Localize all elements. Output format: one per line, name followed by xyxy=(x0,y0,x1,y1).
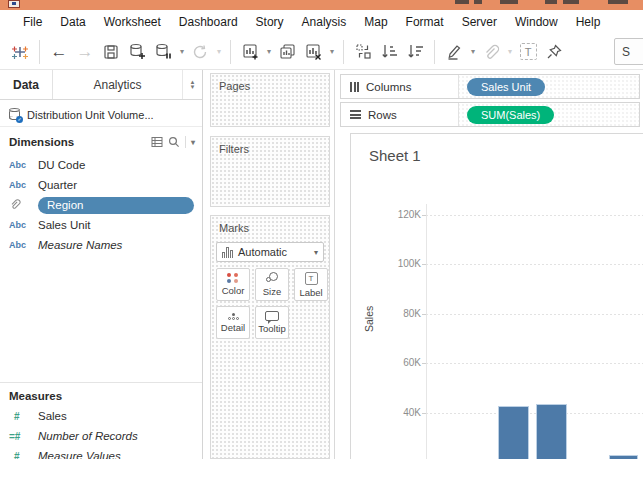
axis-tick xyxy=(422,363,426,364)
tableau-logo-icon[interactable] xyxy=(10,39,30,65)
mark-type-dropdown[interactable]: Automatic ▾ xyxy=(216,242,324,262)
sort-ascending-icon[interactable] xyxy=(379,39,399,65)
pane-divider xyxy=(0,382,202,383)
show-me-label: S xyxy=(622,45,630,59)
field-du-code[interactable]: Abc DU Code xyxy=(0,155,202,175)
field-sales[interactable]: # Sales xyxy=(0,406,202,426)
field-sales-unit[interactable]: Abc Sales Unit xyxy=(0,215,202,235)
sort-descending-icon[interactable] xyxy=(405,39,425,65)
redo-icon[interactable]: → xyxy=(75,39,95,65)
size-button[interactable]: Size xyxy=(255,268,289,301)
search-icon[interactable] xyxy=(168,136,180,148)
abc-icon: Abc xyxy=(9,220,31,230)
abc-icon: Abc xyxy=(9,160,31,170)
y-tick-label: 40K xyxy=(361,407,421,418)
pages-label: Pages xyxy=(211,74,329,92)
calculated-number-icon: =# xyxy=(9,431,31,442)
color-button[interactable]: Color xyxy=(216,268,250,301)
sheet-region: Columns Sales Unit Rows SUM(Sales) Sheet… xyxy=(336,70,643,459)
pages-shelf[interactable]: Pages xyxy=(210,73,330,127)
paperclip-dropdown-caret[interactable]: ▾ xyxy=(508,47,512,56)
duplicate-sheet-icon[interactable] xyxy=(277,39,297,65)
detail-icon xyxy=(228,313,239,320)
pause-auto-updates-icon[interactable] xyxy=(153,39,173,65)
y-tick-label: 60K xyxy=(361,357,421,368)
highlighter-icon[interactable] xyxy=(444,39,464,65)
field-number-of-records[interactable]: =# Number of Records xyxy=(0,426,202,446)
filters-shelf[interactable]: Filters xyxy=(210,136,330,207)
app-window-icon xyxy=(8,0,20,8)
axis-tick xyxy=(422,264,426,265)
menu-item-analysis[interactable]: Analysis xyxy=(293,12,356,32)
new-data-source-icon[interactable] xyxy=(127,39,147,65)
run-updates-dropdown-caret[interactable]: ▾ xyxy=(217,47,221,56)
menu-item-window[interactable]: Window xyxy=(506,12,567,32)
pause-updates-dropdown-caret[interactable]: ▾ xyxy=(180,47,184,56)
menu-item-server[interactable]: Server xyxy=(453,12,506,32)
tooltip-button[interactable]: Tooltip xyxy=(255,306,289,339)
label-button[interactable]: T Label xyxy=(294,268,328,301)
menu-item-help[interactable]: Help xyxy=(567,12,610,32)
menu-item-file[interactable]: File xyxy=(14,12,51,32)
field-measure-values[interactable]: # Measure Values xyxy=(0,446,202,459)
run-auto-updates-icon[interactable] xyxy=(190,39,210,65)
bar-chart-icon xyxy=(222,247,233,258)
highlighter-dropdown-caret[interactable]: ▾ xyxy=(471,47,475,56)
save-icon[interactable] xyxy=(101,39,121,65)
pin-icon[interactable] xyxy=(544,39,564,65)
menu-item-worksheet[interactable]: Worksheet xyxy=(95,12,170,32)
color-icon xyxy=(227,273,239,283)
new-worksheet-dropdown-caret[interactable]: ▾ xyxy=(267,47,271,56)
bar-mark[interactable] xyxy=(536,404,567,459)
columns-icon xyxy=(350,82,359,92)
pill-sum-sales[interactable]: SUM(Sales) xyxy=(467,106,554,124)
paperclip-icon[interactable] xyxy=(481,39,501,65)
menu-item-map[interactable]: Map xyxy=(355,12,396,32)
paperclip-field-icon xyxy=(9,198,31,213)
dimensions-header: Dimensions ▾ xyxy=(0,132,202,152)
text-label-icon[interactable]: T xyxy=(520,43,537,60)
detail-button[interactable]: Detail xyxy=(216,306,250,339)
show-me-button[interactable]: S xyxy=(614,38,643,65)
tableau-window: File Data Worksheet Dashboard Story Anal… xyxy=(0,0,643,486)
clear-sheet-dropdown-caret[interactable]: ▾ xyxy=(330,47,334,56)
titlebar-text-fragment xyxy=(474,0,482,4)
field-measure-names[interactable]: Abc Measure Names xyxy=(0,235,202,255)
new-worksheet-icon[interactable] xyxy=(240,39,260,65)
titlebar-text-fragment xyxy=(608,0,628,4)
undo-icon[interactable]: ← xyxy=(49,39,69,65)
field-quarter[interactable]: Abc Quarter xyxy=(0,175,202,195)
size-icon xyxy=(266,272,279,284)
columns-shelf-label-zone: Columns xyxy=(341,75,459,98)
datasource-icon: ✓ xyxy=(9,108,21,121)
y-axis-line xyxy=(426,204,427,459)
columns-shelf[interactable]: Columns Sales Unit xyxy=(340,74,640,99)
clear-sheet-icon[interactable] xyxy=(303,39,323,65)
swap-rows-columns-icon[interactable] xyxy=(353,39,373,65)
gridline xyxy=(426,264,643,265)
menu-item-dashboard[interactable]: Dashboard xyxy=(170,12,247,32)
rows-shelf[interactable]: Rows SUM(Sales) xyxy=(340,102,640,127)
axis-tick xyxy=(422,215,426,216)
tab-analytics[interactable]: Analytics xyxy=(53,70,182,99)
filters-label: Filters xyxy=(211,137,329,155)
label-icon: T xyxy=(305,272,318,285)
menu-item-format[interactable]: Format xyxy=(397,12,453,32)
worksheet-view[interactable]: Sheet 1 Sales 120K 100K 80K 60K 40K xyxy=(350,133,643,459)
titlebar-text-fragment xyxy=(563,0,579,4)
screenshot-bottom-whitespace xyxy=(0,459,643,486)
pill-sales-unit[interactable]: Sales Unit xyxy=(467,78,545,96)
menu-item-data[interactable]: Data xyxy=(51,12,94,32)
sheet-title: Sheet 1 xyxy=(369,147,421,164)
menu-item-story[interactable]: Story xyxy=(247,12,293,32)
tab-data[interactable]: Data xyxy=(0,70,53,99)
pane-sort-icon[interactable]: ▲▼ xyxy=(182,70,202,99)
rows-icon xyxy=(350,110,361,119)
field-region-selected[interactable]: Region xyxy=(0,195,202,215)
number-icon: # xyxy=(9,411,31,422)
bar-mark[interactable] xyxy=(498,406,529,459)
field-pill-region[interactable]: Region xyxy=(38,197,194,214)
dimensions-menu-caret[interactable]: ▾ xyxy=(191,138,195,147)
datasource-item[interactable]: ✓ Distribution Unit Volume... xyxy=(0,103,202,127)
view-as-list-icon[interactable] xyxy=(151,136,163,148)
